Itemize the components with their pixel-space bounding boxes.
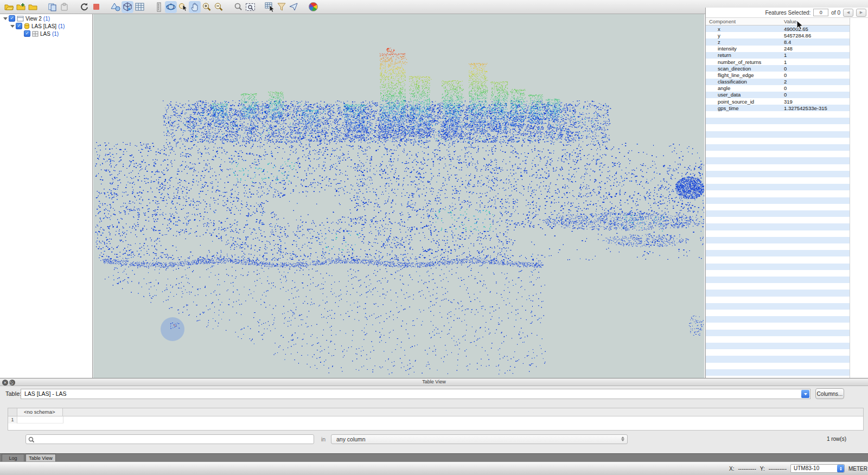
table-label: Table: — [5, 390, 21, 397]
pan-icon[interactable] — [189, 1, 201, 13]
coordinate-system-value: UTM83-10 — [794, 465, 819, 471]
column-filter-value: any column — [336, 436, 366, 442]
disclosure-icon[interactable] — [3, 17, 8, 20]
y-coordinate-label: Y: — [760, 466, 765, 472]
feature-information-panel: Features Selected: 0 of 0 ◀ ▶ Component … — [705, 8, 868, 378]
feature-attributes-table: Component Value x490002.65 y5457284.86 z… — [706, 18, 850, 378]
table-row[interactable]: user_data0 — [706, 92, 850, 98]
zoom-extent-icon[interactable] — [244, 1, 256, 13]
grid-layer-icon — [32, 31, 39, 37]
table-pick-icon[interactable] — [264, 1, 276, 13]
folder-add-icon[interactable] — [15, 1, 27, 13]
checkbox-las-dataset[interactable]: ✓ — [16, 23, 22, 29]
table-select-value: LAS [LAS] - LAS — [24, 390, 67, 397]
row-cell[interactable] — [17, 416, 63, 423]
zoom-in-icon[interactable] — [201, 1, 213, 13]
column-filter-dropdown[interactable]: any column — [331, 434, 628, 444]
tree-item-las-dataset[interactable]: ✓ LAS [LAS] (1) — [0, 23, 92, 29]
search-input[interactable] — [36, 435, 312, 444]
table-icon[interactable] — [133, 1, 145, 13]
features-selected-label: Features Selected: — [765, 10, 810, 16]
features-of-label: of 0 — [831, 10, 840, 16]
table-row[interactable]: intensity248 — [706, 46, 850, 52]
table-select-dropdown[interactable]: LAS [LAS] - LAS — [21, 389, 810, 399]
in-label: in — [321, 436, 326, 442]
checkbox-las-layer[interactable]: ✓ — [24, 30, 30, 37]
copy-icon[interactable] — [47, 1, 59, 13]
table-row[interactable]: flight_line_edge0 — [706, 72, 850, 78]
prev-feature-button[interactable]: ◀ — [843, 9, 853, 17]
dropdown-arrow-icon[interactable] — [801, 390, 809, 398]
view-3d-icon[interactable] — [122, 1, 133, 13]
table-row[interactable]: point_source_id319 — [706, 98, 850, 105]
table-row[interactable]: 1 — [8, 416, 863, 423]
coordinate-system-dropdown[interactable]: UTM83-10 — [790, 464, 845, 473]
view-window-icon — [17, 16, 24, 22]
search-icon — [28, 437, 35, 443]
tree-label: LAS — [40, 31, 50, 37]
table-view-titlebar: ✕ ⃠ Table View — [0, 378, 868, 386]
table-row[interactable]: y5457284.86 — [706, 32, 850, 38]
magnify-icon[interactable] — [232, 1, 244, 13]
pick-zoom-icon[interactable] — [177, 1, 189, 13]
table-row[interactable]: return1 — [706, 52, 850, 59]
stop-icon[interactable] — [90, 1, 102, 13]
filter-icon[interactable] — [276, 1, 288, 13]
x-coordinate-value: ---------- — [738, 466, 756, 472]
features-selected-bar: Features Selected: 0 of 0 ◀ ▶ — [706, 8, 868, 18]
point-cloud-canvas[interactable] — [93, 14, 704, 378]
refresh-icon[interactable] — [78, 1, 90, 13]
table-row[interactable]: number_of_returns1 — [706, 59, 850, 65]
next-feature-button[interactable]: ▶ — [856, 9, 866, 17]
component-column-header: Component — [706, 18, 784, 24]
orbit-icon[interactable] — [165, 1, 177, 13]
tree-item-las-layer[interactable]: ✓ LAS (1) — [0, 30, 92, 37]
tree-count-link[interactable]: (1) — [43, 16, 50, 22]
units-label: METER — [848, 466, 867, 472]
stepper-icon — [621, 437, 624, 441]
table-row[interactable]: x490002.65 — [706, 25, 850, 32]
tree-label: LAS [LAS] — [31, 23, 56, 29]
dataset-cylinder-icon — [24, 23, 30, 29]
display-control-tree: ✓ View 2 (1) ✓ LAS [LAS] (1) ✓ LAS (1) — [0, 14, 93, 378]
tab-table-view[interactable]: Table View — [25, 454, 56, 461]
corner-cell — [8, 408, 17, 416]
table-view-panel: Table: LAS [LAS] - LAS Columns... <no sc… — [0, 387, 868, 453]
tree-label: View 2 — [25, 16, 42, 22]
table-row[interactable]: classification2 — [706, 79, 850, 85]
table-row[interactable]: scan_direction0 — [706, 65, 850, 72]
empty-row-stripes — [706, 111, 850, 378]
table-row[interactable]: angle0 — [706, 85, 850, 92]
bottom-tabs: Log Table View — [0, 453, 868, 461]
row-number: 1 — [8, 416, 17, 423]
dropdown-stepper-icon — [837, 465, 844, 472]
schema-table: <no schema> 1 — [8, 408, 864, 431]
folder-open-icon[interactable] — [3, 1, 15, 13]
measure-icon[interactable] — [153, 1, 165, 13]
navigate-icon[interactable] — [288, 1, 299, 13]
features-selected-count[interactable]: 0 — [813, 9, 828, 16]
geometry-icon[interactable] — [110, 1, 122, 13]
panel-title: Table View — [0, 379, 868, 384]
zoom-out-icon[interactable] — [213, 1, 225, 13]
fme-data-inspector-window: ✓ View 2 (1) ✓ LAS [LAS] (1) ✓ LAS (1) — [0, 0, 868, 475]
paste-icon[interactable] — [59, 1, 71, 13]
row-count: 1 row(s) — [827, 436, 846, 442]
tree-count-link[interactable]: (1) — [52, 31, 59, 37]
table-row[interactable]: gps_time1.327542533e-315 — [706, 105, 850, 111]
tab-log[interactable]: Log — [2, 454, 24, 461]
status-bar: X: ---------- Y: ---------- UTM83-10 MET… — [0, 461, 868, 475]
tree-count-link[interactable]: (1) — [58, 23, 65, 29]
tree-item-view2[interactable]: ✓ View 2 (1) — [0, 15, 92, 22]
y-coordinate-value: ---------- — [769, 466, 787, 472]
search-box[interactable] — [25, 434, 314, 444]
schema-column-header: <no schema> — [17, 408, 63, 416]
schema-header-row: <no schema> — [8, 408, 863, 416]
color-wheel-icon[interactable] — [307, 1, 319, 13]
checkbox-view2[interactable]: ✓ — [9, 15, 15, 22]
point-cloud-viewport[interactable] — [93, 14, 704, 378]
table-row[interactable]: z8.4 — [706, 38, 850, 45]
columns-button[interactable]: Columns... — [815, 388, 844, 399]
folder-icon[interactable] — [27, 1, 39, 13]
disclosure-icon[interactable] — [10, 25, 15, 28]
